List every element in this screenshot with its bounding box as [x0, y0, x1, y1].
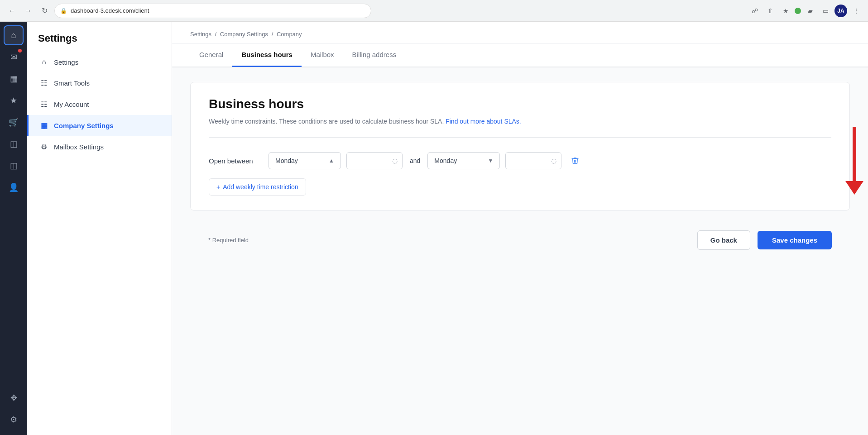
bookmark-icon[interactable]: ★ [779, 5, 792, 17]
breadcrumb-sep-2: / [272, 31, 275, 38]
browser-actions: ☍ ⇧ ★ ▰ ▭ JA ⋮ [748, 5, 863, 17]
section-title: Business hours [209, 97, 831, 111]
main-content: Settings / Company Settings / Company Ge… [172, 22, 868, 435]
chevron-down-icon: ▼ [488, 158, 493, 164]
page-header: Settings / Company Settings / Company Ge… [172, 22, 868, 67]
sidebar-item-my-account[interactable]: ☷ My Account [27, 94, 172, 115]
breadcrumb-company-settings[interactable]: Company Settings [220, 31, 268, 38]
sla-link[interactable]: Find out more about SLAs. [446, 118, 521, 125]
app-container: ⌂ ✉ ▦ ★ 🛒 ◫ ◫ 👤 ✥ ⚙ Settings ⌂ Settings … [0, 22, 868, 435]
red-arrow-head [845, 181, 863, 195]
sidebar-item-company-settings[interactable]: ▦ Company Settings [27, 115, 172, 136]
user-avatar[interactable]: JA [834, 5, 847, 17]
sidebar-icon-cart[interactable]: 🛒 [4, 112, 24, 132]
sidebar-item-company-settings-label: Company Settings [54, 122, 114, 129]
tab-general[interactable]: General [190, 43, 232, 67]
footer-bar: * Required field Go back Save changes [190, 221, 850, 259]
add-restriction-wrap: + Add weekly time restriction [209, 173, 831, 196]
tab-business-hours[interactable]: Business hours [232, 43, 302, 67]
window-icon[interactable]: ▭ [819, 5, 832, 17]
share-icon[interactable]: ⇧ [764, 5, 777, 17]
and-text: and [410, 157, 420, 164]
main-inner: Settings / Company Settings / Company Ge… [172, 22, 868, 273]
card-divider [209, 137, 831, 138]
page-body: Business hours Weekly time constraints. … [172, 67, 868, 273]
address-bar[interactable]: 🔒 dashboard-3.edesk.com/client [54, 4, 371, 18]
time-from-input[interactable] [347, 153, 388, 169]
sidebar-icon-favorites[interactable]: ★ [4, 91, 24, 110]
sidebar-icon-settings[interactable]: ⚙ [4, 410, 24, 430]
day-from-value: Monday [275, 157, 298, 164]
section-description: Weekly time constraints. These condition… [209, 117, 831, 126]
mailbox-settings-icon: ⚙ [39, 143, 48, 151]
save-changes-button[interactable]: Save changes [758, 231, 832, 249]
browser-chrome: ← → ↻ 🔒 dashboard-3.edesk.com/client ☍ ⇧… [0, 0, 868, 22]
day-to-select[interactable]: Monday ▼ [427, 152, 500, 169]
open-between-row: Open between Monday ▲ ◌ and [209, 148, 831, 173]
go-back-button[interactable]: Go back [697, 230, 750, 250]
business-hours-card: Business hours Weekly time constraints. … [190, 82, 850, 210]
add-restriction-icon: + [216, 183, 220, 191]
extensions-icon[interactable]: ▰ [804, 5, 816, 17]
sidebar-icon-reports[interactable]: ◫ [4, 156, 24, 176]
red-arrow-annotation [845, 127, 863, 195]
clock-to-icon[interactable]: ◌ [547, 153, 561, 169]
delete-restriction-button[interactable] [567, 153, 583, 169]
breadcrumb: Settings / Company Settings / Company [172, 22, 868, 43]
settings-nav-icon: ⌂ [39, 58, 48, 66]
sidebar-icon-home[interactable]: ⌂ [4, 25, 24, 45]
icon-sidebar: ⌂ ✉ ▦ ★ 🛒 ◫ ◫ 👤 ✥ ⚙ [0, 22, 27, 435]
trash-icon [571, 157, 579, 165]
sidebar-icon-mail[interactable]: ✉ [4, 47, 24, 67]
smart-tools-icon: ☷ [39, 79, 48, 87]
time-to-input[interactable] [506, 153, 547, 169]
settings-title: Settings [27, 22, 172, 52]
sidebar-icon-users[interactable]: 👤 [4, 177, 24, 197]
time-from-input-wrap: ◌ [346, 152, 403, 169]
sidebar-item-my-account-label: My Account [54, 100, 89, 108]
sidebar-item-settings[interactable]: ⌂ Settings [27, 52, 172, 72]
section-desc-text: Weekly time constraints. These condition… [209, 118, 446, 125]
status-dot [795, 8, 801, 14]
sidebar-item-settings-label: Settings [54, 58, 78, 66]
breadcrumb-company: Company [277, 31, 302, 38]
tab-mailbox[interactable]: Mailbox [302, 43, 343, 67]
add-restriction-label: Add weekly time restriction [223, 183, 298, 191]
breadcrumb-settings[interactable]: Settings [190, 31, 211, 38]
sidebar-item-smart-tools-label: Smart Tools [54, 79, 90, 87]
tab-bar: General Business hours Mailbox Billing a… [172, 43, 868, 67]
menu-dots-icon[interactable]: ⋮ [850, 5, 863, 17]
sidebar-nav: ⌂ Settings ☷ Smart Tools ☷ My Account ▦ … [27, 52, 172, 158]
sidebar-item-smart-tools[interactable]: ☷ Smart Tools [27, 72, 172, 94]
address-text: dashboard-3.edesk.com/client [71, 7, 149, 14]
sidebar-item-mailbox-settings-label: Mailbox Settings [54, 143, 104, 151]
chevron-up-icon: ▲ [329, 158, 334, 164]
time-to-input-wrap: ◌ [505, 152, 561, 169]
red-arrow-shaft [853, 127, 856, 181]
breadcrumb-sep-1: / [215, 31, 218, 38]
my-account-icon: ☷ [39, 100, 48, 109]
nav-back-button[interactable]: ← [5, 5, 18, 17]
sidebar-icon-analytics[interactable]: ▦ [4, 69, 24, 89]
required-note: * Required field [208, 237, 249, 244]
sidebar-icon-integrations[interactable]: ✥ [4, 388, 24, 408]
sidebar-icon-chat[interactable]: ◫ [4, 134, 24, 154]
sidebar-item-mailbox-settings[interactable]: ⚙ Mailbox Settings [27, 136, 172, 158]
day-to-value: Monday [434, 157, 457, 164]
day-from-select[interactable]: Monday ▲ [269, 152, 341, 169]
company-settings-icon: ▦ [39, 121, 48, 130]
settings-sidebar: Settings ⌂ Settings ☷ Smart Tools ☷ My A… [27, 22, 172, 435]
lock-icon: 🔒 [60, 8, 67, 14]
add-weekly-restriction-button[interactable]: + Add weekly time restriction [209, 178, 306, 196]
tab-billing-address[interactable]: Billing address [343, 43, 406, 67]
translate-icon[interactable]: ☍ [748, 5, 761, 17]
mail-badge [18, 49, 22, 53]
nav-forward-button[interactable]: → [22, 5, 34, 17]
nav-refresh-button[interactable]: ↻ [38, 5, 51, 17]
open-between-label: Open between [209, 157, 263, 165]
clock-from-icon[interactable]: ◌ [388, 153, 402, 169]
